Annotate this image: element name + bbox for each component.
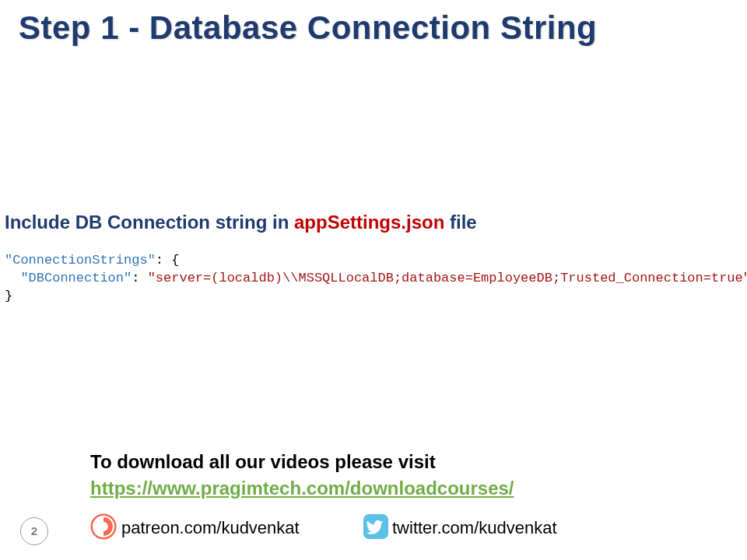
code-close-brace: } [5, 289, 12, 303]
code-key-connectionstrings: "ConnectionStrings" [5, 253, 156, 268]
page-number: 2 [20, 517, 48, 545]
twitter-handle: twitter.com/kudvenkat [392, 518, 557, 538]
download-link[interactable]: https://www.pragimtech.com/downloadcours… [90, 478, 514, 499]
slide-title: Step 1 - Database Connection String [0, 0, 747, 47]
instruction-highlight: appSettings.json [294, 212, 444, 233]
code-open-brace: { [171, 253, 179, 268]
code-value-connectionstring: "server=(localdb)\\MSSQLLocalDB;database… [148, 271, 747, 285]
patreon-handle: patreon.com/kudvenkat [121, 518, 300, 538]
twitter-icon [363, 513, 389, 540]
instruction-prefix: Include DB Connection string in [5, 212, 294, 233]
code-indent [5, 271, 20, 285]
download-prompt: To download all our videos please visit [90, 451, 436, 473]
instruction-suffix: file [444, 212, 476, 233]
code-key-dbconnection: "DBConnection" [20, 271, 132, 285]
patreon-icon [90, 513, 117, 540]
code-colon: : [156, 253, 171, 268]
code-colon: : [132, 271, 147, 285]
instruction-text: Include DB Connection string in appSetti… [5, 212, 477, 233]
code-snippet: "ConnectionStrings": { "DBConnection": "… [5, 252, 747, 306]
